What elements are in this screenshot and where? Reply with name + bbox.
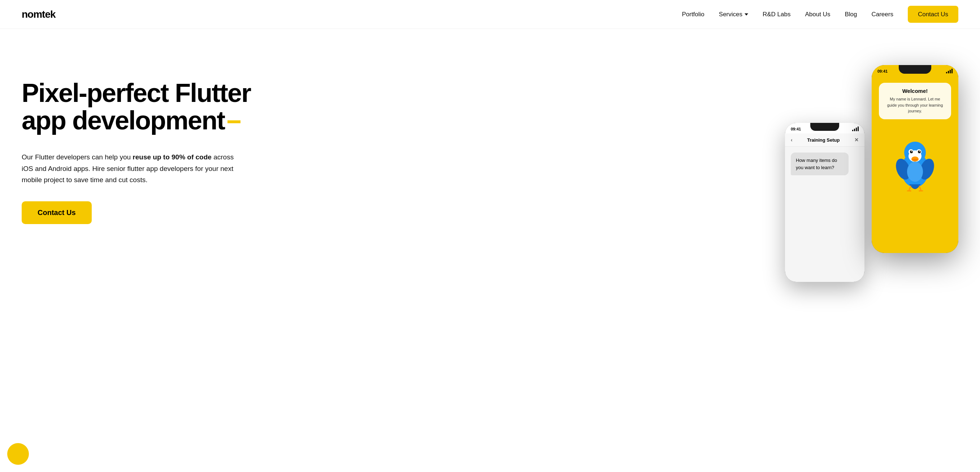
nav-contact-button[interactable]: Contact Us bbox=[908, 6, 958, 23]
welcome-card: Welcome! My name is Lennard. Let me guid… bbox=[879, 83, 951, 119]
hero-content: Pixel-perfect Flutter app development Ou… bbox=[22, 58, 296, 224]
phone-front-mockup: 09:41 Welcome! My name is Lennard. Let bbox=[872, 65, 958, 253]
nav-blog[interactable]: Blog bbox=[845, 11, 857, 18]
phone-front-notch bbox=[899, 65, 931, 74]
chat-bubble: How many items do you want to learn? bbox=[791, 153, 849, 175]
hero-section: Pixel-perfect Flutter app development Ou… bbox=[0, 29, 980, 472]
navbar: nomtek Portfolio Services R&D Labs About… bbox=[0, 0, 980, 29]
phone-mockups: 09:41 ‹ Training Setup ✕ bbox=[778, 65, 958, 282]
phone-header: ‹ Training Setup ✕ bbox=[785, 133, 864, 147]
nav-about[interactable]: About Us bbox=[805, 11, 830, 18]
signal-icon-front bbox=[946, 69, 953, 73]
nav-rdlabs[interactable]: R&D Labs bbox=[763, 11, 791, 18]
nav-services[interactable]: Services bbox=[719, 11, 748, 18]
close-icon: ✕ bbox=[854, 137, 859, 143]
cursor-decoration bbox=[228, 120, 240, 123]
svg-line-16 bbox=[920, 186, 921, 191]
hero-description: Our Flutter developers can help you reus… bbox=[22, 151, 245, 185]
hero-title: Pixel-perfect Flutter app development bbox=[22, 80, 296, 134]
phone-notch bbox=[810, 123, 839, 131]
hero-contact-button[interactable]: Contact Us bbox=[22, 201, 92, 224]
nav-portfolio[interactable]: Portfolio bbox=[682, 11, 704, 18]
nav-links: Portfolio Services R&D Labs About Us Blo… bbox=[682, 11, 958, 18]
phone-front-content: Welcome! My name is Lennard. Let me guid… bbox=[872, 75, 958, 253]
svg-point-9 bbox=[920, 150, 920, 151]
phone-back-mockup: 09:41 ‹ Training Setup ✕ bbox=[785, 123, 864, 282]
svg-point-8 bbox=[912, 150, 913, 151]
svg-point-12 bbox=[907, 161, 923, 182]
svg-line-13 bbox=[909, 186, 911, 191]
phone-body: How many items do you want to learn? bbox=[785, 147, 864, 282]
brand-logo[interactable]: nomtek bbox=[22, 9, 56, 20]
nav-careers[interactable]: Careers bbox=[871, 11, 893, 18]
parrot-illustration bbox=[890, 123, 940, 195]
floating-circle-decoration bbox=[7, 443, 29, 465]
signal-icon bbox=[852, 126, 859, 131]
chevron-down-icon bbox=[745, 13, 748, 16]
